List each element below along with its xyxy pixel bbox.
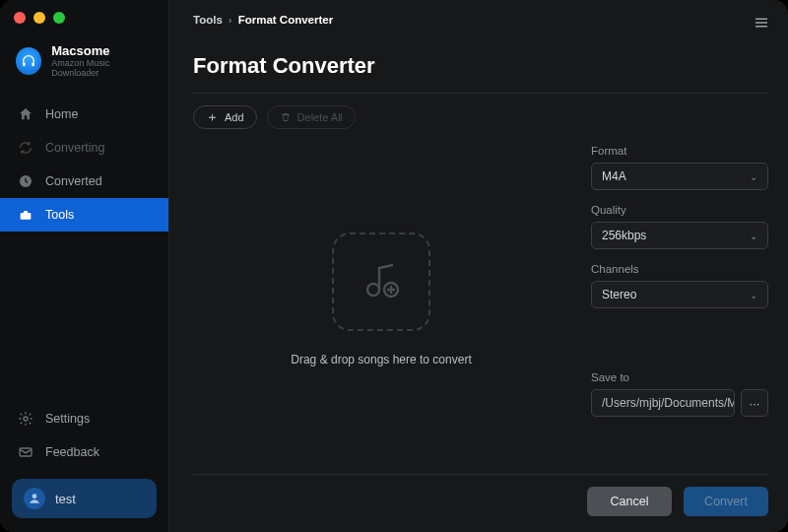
sidebar-item-feedback[interactable]: Feedback: [0, 435, 168, 469]
content-row: Drag & drop songs here to convert Format…: [193, 135, 768, 464]
delete-all-button[interactable]: Delete All: [267, 105, 356, 129]
convert-button[interactable]: Convert: [684, 487, 768, 516]
main-area: Tools › Format Converter Format Converte…: [169, 0, 788, 532]
svg-rect-3: [21, 213, 32, 220]
chevron-down-icon: ⌄: [750, 171, 757, 182]
footer-actions: Cancel Convert: [193, 487, 768, 516]
tools-icon: [18, 207, 33, 223]
headphones-icon: [21, 53, 36, 69]
close-window-button[interactable]: [14, 12, 26, 24]
svg-point-5: [24, 417, 28, 421]
breadcrumb-leaf: Format Converter: [238, 14, 334, 26]
hamburger-menu-button[interactable]: [753, 14, 770, 32]
brand-name: Macsome: [51, 43, 153, 58]
sidebar-item-label: Settings: [45, 412, 90, 426]
sidebar-nav: Home Converting Converted Tools: [0, 98, 168, 232]
page-title: Format Converter: [193, 53, 768, 79]
window-controls: [14, 12, 65, 24]
svg-rect-4: [24, 211, 28, 213]
quality-select[interactable]: 256kbps ⌄: [591, 222, 768, 249]
music-add-icon: [358, 258, 405, 305]
breadcrumb: Tools › Format Converter: [193, 14, 768, 26]
format-group: Format M4A ⌄: [591, 145, 768, 190]
options-panel: Format M4A ⌄ Quality 256kbps ⌄ Channels: [591, 135, 768, 464]
brand-subtitle: Amazon Music Downloader: [51, 58, 153, 78]
channels-label: Channels: [591, 263, 768, 275]
save-path-input[interactable]: /Users/mjbj/Documents/Ma: [591, 389, 735, 417]
add-button[interactable]: ＋ Add: [193, 105, 257, 129]
sidebar-item-home[interactable]: Home: [0, 98, 168, 131]
sidebar-item-label: Converting: [45, 141, 104, 155]
quality-group: Quality 256kbps ⌄: [591, 204, 768, 249]
brand-block: Macsome Amazon Music Downloader: [0, 43, 168, 92]
minimize-window-button[interactable]: [33, 12, 45, 24]
dropzone-hint: Drag & drop songs here to convert: [291, 353, 471, 366]
sidebar-item-settings[interactable]: Settings: [0, 402, 168, 435]
home-icon: [18, 106, 33, 122]
sidebar-item-tools[interactable]: Tools: [0, 198, 168, 232]
app-window: Macsome Amazon Music Downloader Home Con…: [0, 0, 788, 532]
brand-logo: [16, 47, 41, 75]
divider: [193, 93, 768, 94]
hamburger-icon: [753, 14, 770, 32]
sidebar-bottom: Settings Feedback test: [0, 402, 168, 532]
trash-icon: [280, 111, 292, 123]
sidebar-item-label: Converted: [45, 174, 102, 188]
save-to-group: Save to /Users/mjbj/Documents/Ma ···: [591, 371, 768, 417]
delete-all-label: Delete All: [297, 111, 343, 123]
chevron-down-icon: ⌄: [750, 290, 757, 300]
quality-value: 256kbps: [602, 229, 646, 242]
svg-rect-0: [23, 62, 26, 66]
svg-point-7: [33, 494, 37, 499]
chevron-down-icon: ⌄: [750, 231, 757, 241]
sidebar-item-label: Tools: [45, 208, 74, 222]
channels-group: Channels Stereo ⌄: [591, 263, 768, 308]
breadcrumb-separator: ›: [229, 14, 232, 26]
format-value: M4A: [602, 169, 626, 183]
save-to-label: Save to: [591, 371, 768, 383]
sidebar-item-converted[interactable]: Converted: [0, 165, 168, 198]
converting-icon: [18, 140, 33, 156]
sidebar-item-label: Home: [45, 107, 78, 121]
dropzone[interactable]: Drag & drop songs here to convert: [193, 135, 569, 464]
format-label: Format: [591, 145, 768, 157]
mail-icon: [18, 444, 33, 460]
channels-select[interactable]: Stereo ⌄: [591, 281, 768, 308]
user-account-pill[interactable]: test: [12, 479, 157, 518]
avatar: [24, 488, 45, 509]
add-button-label: Add: [225, 111, 244, 123]
save-to-row: /Users/mjbj/Documents/Ma ···: [591, 389, 768, 417]
brand-text: Macsome Amazon Music Downloader: [51, 43, 153, 78]
browse-path-button[interactable]: ···: [741, 389, 768, 417]
format-select[interactable]: M4A ⌄: [591, 163, 768, 190]
maximize-window-button[interactable]: [53, 12, 65, 24]
svg-rect-1: [32, 62, 34, 66]
svg-point-8: [367, 284, 379, 296]
quality-label: Quality: [591, 204, 768, 216]
breadcrumb-root[interactable]: Tools: [193, 14, 223, 26]
sidebar-item-label: Feedback: [45, 445, 99, 459]
converted-icon: [18, 173, 33, 189]
sidebar: Macsome Amazon Music Downloader Home Con…: [0, 0, 169, 532]
cancel-button[interactable]: Cancel: [587, 487, 672, 516]
divider: [193, 474, 768, 475]
toolbar: ＋ Add Delete All: [193, 105, 768, 129]
dropzone-frame: [332, 233, 430, 331]
gear-icon: [18, 411, 33, 427]
channels-value: Stereo: [602, 288, 636, 301]
user-icon: [28, 492, 41, 505]
sidebar-item-converting[interactable]: Converting: [0, 131, 168, 165]
user-name: test: [55, 492, 76, 506]
